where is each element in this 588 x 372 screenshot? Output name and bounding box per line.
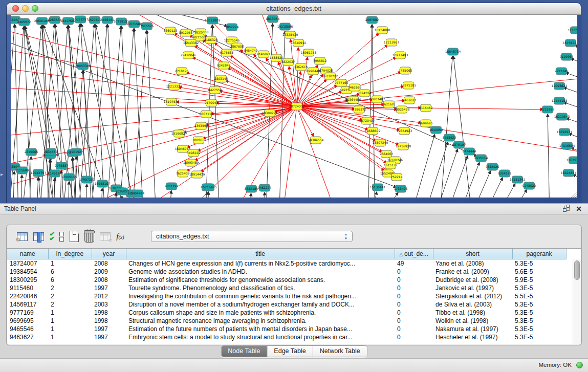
graph-node[interactable]: 7857224 xyxy=(225,24,239,31)
graph-node[interactable]: 12444158 xyxy=(552,97,568,104)
graph-node[interactable]: 22420046 xyxy=(181,52,197,59)
table-cell[interactable]: Stergiakouli et al. (2012) xyxy=(433,292,512,300)
table-cell[interactable]: 0 xyxy=(395,317,433,325)
graph-node[interactable]: 8186328 xyxy=(204,36,218,43)
table-cell[interactable]: 1998 xyxy=(92,317,126,325)
table-cell[interactable]: 1997 xyxy=(92,325,126,333)
table-cell[interactable]: 22420046 xyxy=(7,292,48,300)
graph-node[interactable]: 18325419 xyxy=(282,31,298,38)
table-cell[interactable]: 0 xyxy=(395,325,433,333)
table-row[interactable]: 946362711997Embryonic stem cells: a mode… xyxy=(7,333,566,341)
graph-node[interactable]: 7485063 xyxy=(399,67,412,74)
table-cell[interactable]: 14569117 xyxy=(7,300,48,309)
graph-node[interactable]: 62160 xyxy=(384,101,395,108)
graph-node[interactable]: 10688609 xyxy=(365,127,381,135)
graph-node[interactable]: 15692971 xyxy=(557,128,573,136)
table-row[interactable]: 977716911998Corpus callosum shape and si… xyxy=(7,309,566,317)
graph-node[interactable]: 11675304 xyxy=(567,157,577,164)
graph-node[interactable]: 12093822 xyxy=(552,82,568,90)
graph-node[interactable]: 2619665 xyxy=(25,148,38,156)
graph-node[interactable]: 9699695 xyxy=(419,120,433,127)
graph-node[interactable]: 19756928 xyxy=(396,143,411,150)
graph-node[interactable]: 20364456 xyxy=(345,96,361,103)
graph-node[interactable]: 1527602 xyxy=(88,16,102,24)
table-cell[interactable]: 0 xyxy=(395,284,433,292)
graph-node[interactable]: 10973493 xyxy=(393,52,408,59)
graph-node[interactable]: 2935114 xyxy=(474,155,488,162)
function-builder-icon[interactable]: f(x) xyxy=(116,229,124,244)
graph-node[interactable]: 9175685 xyxy=(220,49,234,56)
graph-node[interactable]: 9115460 xyxy=(419,104,433,112)
graph-node[interactable]: 12975185 xyxy=(401,82,417,89)
column-header-in_degree[interactable]: in_degree xyxy=(48,249,92,259)
graph-node[interactable]: 16543382 xyxy=(183,39,199,47)
graph-node[interactable]: 6879197 xyxy=(452,141,466,148)
graph-node[interactable]: 10653257 xyxy=(73,16,89,23)
graph-node[interactable]: 9474444 xyxy=(463,148,476,155)
graph-node[interactable]: 3624554 xyxy=(358,90,372,97)
table-cell[interactable]: 6 xyxy=(48,268,92,276)
graph-node[interactable]: 9129966 xyxy=(560,53,574,60)
network-canvas[interactable]: 1150534240557220691406828353418417602106… xyxy=(11,15,577,198)
table-cell[interactable]: 9465546 xyxy=(7,325,48,333)
graph-node[interactable]: 16033809 xyxy=(205,17,221,24)
column-header-pagerank[interactable]: pagerank xyxy=(512,249,566,259)
graph-node[interactable]: 16154808 xyxy=(375,27,390,34)
table-cell[interactable]: 0 xyxy=(395,333,433,341)
graph-node[interactable]: 19654923 xyxy=(397,127,412,135)
table-cell[interactable]: 19384554 xyxy=(7,268,48,276)
graph-node[interactable]: 18640910 xyxy=(291,39,307,47)
graph-node[interactable]: 2405572 xyxy=(17,18,31,26)
graph-node[interactable]: 16210722 xyxy=(322,73,338,80)
graph-node[interactable]: 7386372 xyxy=(353,106,366,113)
graph-node[interactable]: 8813054 xyxy=(266,15,280,23)
graph-node[interactable]: 8454749 xyxy=(244,47,258,54)
tab-edge-table[interactable]: Edge Table xyxy=(267,346,313,357)
table-cell[interactable]: Jankovic et al. (1997) xyxy=(433,284,512,292)
delete-rows-icon[interactable] xyxy=(84,229,94,244)
column-settings-icon[interactable]: ⚙ xyxy=(17,229,28,244)
table-cell[interactable]: Estimation of significance thresholds fo… xyxy=(126,276,395,284)
table-scrollbar[interactable] xyxy=(573,259,581,344)
table-cell[interactable]: Genome-wide association studies in ADHD. xyxy=(126,268,395,276)
table-cell[interactable]: 1997 xyxy=(92,333,126,341)
graph-node[interactable]: 12213967 xyxy=(384,39,400,46)
graph-node[interactable]: 2803144 xyxy=(214,75,228,82)
float-panel-icon[interactable] xyxy=(563,206,570,212)
graph-node[interactable]: 752214 xyxy=(391,173,403,181)
graph-node[interactable]: 9227349 xyxy=(555,68,569,75)
graph-node[interactable]: 1115689 xyxy=(15,167,29,174)
graph-node[interactable]: 1640954 xyxy=(429,126,443,134)
graph-node[interactable]: 16024854 xyxy=(561,169,577,177)
table-row[interactable]: 2242004622012Investigating the contribut… xyxy=(7,292,566,300)
table-cell[interactable]: 2012 xyxy=(92,292,126,300)
table-cell[interactable]: 5.3E-5 xyxy=(512,333,566,341)
table-row[interactable]: 946554611997Estimation of the future num… xyxy=(7,325,566,333)
close-panel-icon[interactable]: ✕ xyxy=(576,205,582,213)
table-cell[interactable]: 1 xyxy=(48,325,92,333)
table-cell[interactable]: 5.3E-5 xyxy=(512,317,566,325)
graph-node[interactable]: 1901927 xyxy=(70,148,83,156)
graph-node[interactable]: 1353594 xyxy=(194,122,208,129)
graph-node[interactable]: 8822037 xyxy=(281,58,295,65)
graph-node[interactable]: 20053346 xyxy=(75,62,91,70)
graph-node[interactable]: 8958923 xyxy=(443,134,456,141)
graph-node[interactable]: 1615132 xyxy=(384,162,398,169)
graph-node[interactable]: 19166827 xyxy=(171,130,187,137)
window-resize-grip[interactable] xyxy=(571,191,577,198)
table-cell[interactable]: 2 xyxy=(48,292,92,300)
table-cell[interactable]: 5.3E-5 xyxy=(512,309,566,317)
graph-node[interactable]: 16151342 xyxy=(510,176,526,183)
graph-node[interactable]: 18807249 xyxy=(373,139,388,146)
table-cell[interactable]: Wolkin et al. (1998) xyxy=(433,317,512,325)
new-table-icon[interactable] xyxy=(70,229,79,244)
graph-node[interactable]: 18724007 xyxy=(289,103,305,110)
graph-node[interactable]: 8215958 xyxy=(541,106,555,113)
table-cell[interactable]: 0 xyxy=(395,276,433,284)
graph-node[interactable]: 18107534 xyxy=(164,98,180,105)
graph-node[interactable]: 12505115 xyxy=(61,173,77,181)
table-cell[interactable]: Embryonic stem cells: a model to study s… xyxy=(126,333,395,341)
graph-node[interactable]: 12213333 xyxy=(166,83,182,90)
table-cell[interactable]: 5.5E-5 xyxy=(512,292,566,300)
table-cell[interactable]: Changes of HCN gene expression and I(f) … xyxy=(126,259,395,268)
